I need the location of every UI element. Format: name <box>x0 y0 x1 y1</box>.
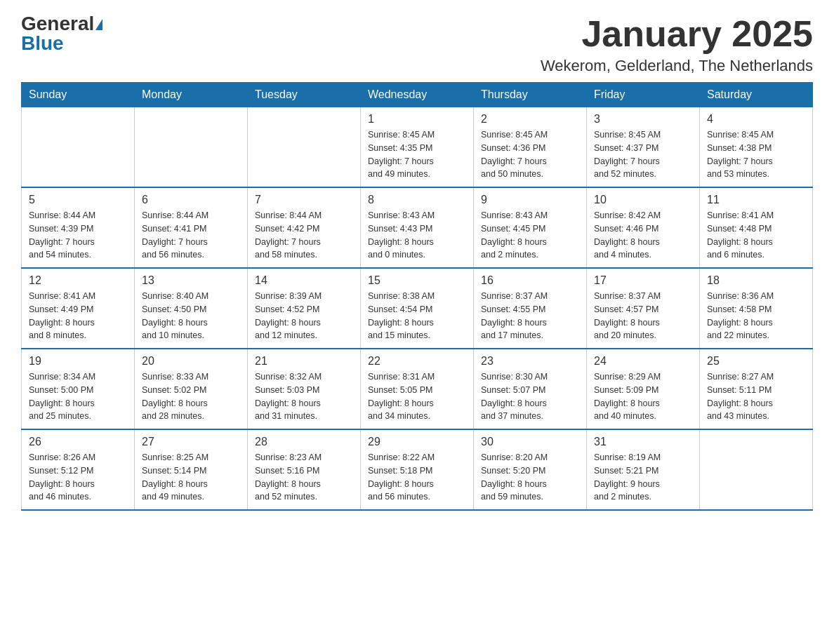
calendar-cell: 16Sunrise: 8:37 AMSunset: 4:55 PMDayligh… <box>474 268 587 349</box>
day-number: 30 <box>481 436 579 448</box>
logo-blue-text: Blue <box>21 32 64 54</box>
day-info: Sunrise: 8:36 AMSunset: 4:58 PMDaylight:… <box>707 290 805 342</box>
day-number: 2 <box>481 113 579 126</box>
day-info: Sunrise: 8:20 AMSunset: 5:20 PMDaylight:… <box>481 451 579 504</box>
day-number: 29 <box>368 436 466 448</box>
title-block: January 2025 Wekerom, Gelderland, The Ne… <box>541 14 813 75</box>
day-info: Sunrise: 8:44 AMSunset: 4:42 PMDaylight:… <box>255 209 353 262</box>
day-info: Sunrise: 8:45 AMSunset: 4:37 PMDaylight:… <box>594 128 692 181</box>
calendar-cell: 9Sunrise: 8:43 AMSunset: 4:45 PMDaylight… <box>474 187 587 268</box>
day-number: 20 <box>142 355 240 368</box>
day-number: 4 <box>707 113 805 126</box>
calendar-cell: 23Sunrise: 8:30 AMSunset: 5:07 PMDayligh… <box>474 349 587 429</box>
calendar-cell <box>22 107 135 188</box>
calendar-cell: 19Sunrise: 8:34 AMSunset: 5:00 PMDayligh… <box>22 349 135 429</box>
calendar-cell: 1Sunrise: 8:45 AMSunset: 4:35 PMDaylight… <box>361 107 474 188</box>
day-number: 18 <box>707 274 805 287</box>
calendar-cell: 27Sunrise: 8:25 AMSunset: 5:14 PMDayligh… <box>135 429 248 510</box>
day-info: Sunrise: 8:39 AMSunset: 4:52 PMDaylight:… <box>255 290 353 342</box>
day-info: Sunrise: 8:30 AMSunset: 5:07 PMDaylight:… <box>481 370 579 423</box>
day-number: 19 <box>29 355 127 368</box>
day-info: Sunrise: 8:42 AMSunset: 4:46 PMDaylight:… <box>594 209 692 262</box>
header-row: Sunday Monday Tuesday Wednesday Thursday… <box>22 83 813 107</box>
calendar-cell: 31Sunrise: 8:19 AMSunset: 5:21 PMDayligh… <box>587 429 700 510</box>
day-info: Sunrise: 8:34 AMSunset: 5:00 PMDaylight:… <box>29 370 127 423</box>
calendar-cell: 11Sunrise: 8:41 AMSunset: 4:48 PMDayligh… <box>700 187 813 268</box>
day-number: 15 <box>368 274 466 287</box>
calendar-header: Sunday Monday Tuesday Wednesday Thursday… <box>22 83 813 107</box>
header-wednesday: Wednesday <box>361 83 474 107</box>
calendar-cell: 13Sunrise: 8:40 AMSunset: 4:50 PMDayligh… <box>135 268 248 349</box>
day-number: 8 <box>368 194 466 206</box>
day-number: 26 <box>29 436 127 448</box>
week-row-2: 12Sunrise: 8:41 AMSunset: 4:49 PMDayligh… <box>22 268 813 349</box>
calendar-cell: 29Sunrise: 8:22 AMSunset: 5:18 PMDayligh… <box>361 429 474 510</box>
day-info: Sunrise: 8:22 AMSunset: 5:18 PMDaylight:… <box>368 451 466 504</box>
calendar-cell: 20Sunrise: 8:33 AMSunset: 5:02 PMDayligh… <box>135 349 248 429</box>
day-number: 21 <box>255 355 353 368</box>
day-number: 24 <box>594 355 692 368</box>
calendar-cell: 22Sunrise: 8:31 AMSunset: 5:05 PMDayligh… <box>361 349 474 429</box>
day-info: Sunrise: 8:44 AMSunset: 4:41 PMDaylight:… <box>142 209 240 262</box>
month-title: January 2025 <box>541 14 813 54</box>
calendar-cell: 4Sunrise: 8:45 AMSunset: 4:38 PMDaylight… <box>700 107 813 188</box>
calendar-body: 1Sunrise: 8:45 AMSunset: 4:35 PMDaylight… <box>22 107 813 511</box>
day-info: Sunrise: 8:29 AMSunset: 5:09 PMDaylight:… <box>594 370 692 423</box>
day-number: 7 <box>255 194 353 206</box>
day-info: Sunrise: 8:26 AMSunset: 5:12 PMDaylight:… <box>29 451 127 504</box>
day-info: Sunrise: 8:37 AMSunset: 4:55 PMDaylight:… <box>481 290 579 342</box>
day-info: Sunrise: 8:40 AMSunset: 4:50 PMDaylight:… <box>142 290 240 342</box>
calendar-cell: 18Sunrise: 8:36 AMSunset: 4:58 PMDayligh… <box>700 268 813 349</box>
day-info: Sunrise: 8:32 AMSunset: 5:03 PMDaylight:… <box>255 370 353 423</box>
calendar-cell: 12Sunrise: 8:41 AMSunset: 4:49 PMDayligh… <box>22 268 135 349</box>
calendar-cell: 24Sunrise: 8:29 AMSunset: 5:09 PMDayligh… <box>587 349 700 429</box>
calendar-cell <box>135 107 248 188</box>
day-info: Sunrise: 8:45 AMSunset: 4:36 PMDaylight:… <box>481 128 579 181</box>
week-row-3: 19Sunrise: 8:34 AMSunset: 5:00 PMDayligh… <box>22 349 813 429</box>
day-number: 6 <box>142 194 240 206</box>
calendar-cell <box>248 107 361 188</box>
header-friday: Friday <box>587 83 700 107</box>
day-info: Sunrise: 8:19 AMSunset: 5:21 PMDaylight:… <box>594 451 692 504</box>
calendar-cell: 7Sunrise: 8:44 AMSunset: 4:42 PMDaylight… <box>248 187 361 268</box>
calendar-cell: 25Sunrise: 8:27 AMSunset: 5:11 PMDayligh… <box>700 349 813 429</box>
week-row-0: 1Sunrise: 8:45 AMSunset: 4:35 PMDaylight… <box>22 107 813 188</box>
day-number: 9 <box>481 194 579 206</box>
calendar-cell: 21Sunrise: 8:32 AMSunset: 5:03 PMDayligh… <box>248 349 361 429</box>
calendar-cell: 15Sunrise: 8:38 AMSunset: 4:54 PMDayligh… <box>361 268 474 349</box>
day-info: Sunrise: 8:33 AMSunset: 5:02 PMDaylight:… <box>142 370 240 423</box>
day-number: 14 <box>255 274 353 287</box>
day-number: 12 <box>29 274 127 287</box>
location: Wekerom, Gelderland, The Netherlands <box>541 57 813 75</box>
calendar-cell: 3Sunrise: 8:45 AMSunset: 4:37 PMDaylight… <box>587 107 700 188</box>
calendar-cell: 5Sunrise: 8:44 AMSunset: 4:39 PMDaylight… <box>22 187 135 268</box>
week-row-1: 5Sunrise: 8:44 AMSunset: 4:39 PMDaylight… <box>22 187 813 268</box>
page-header: General Blue January 2025 Wekerom, Gelde… <box>21 14 813 75</box>
day-info: Sunrise: 8:43 AMSunset: 4:45 PMDaylight:… <box>481 209 579 262</box>
logo-general-text: General <box>21 13 94 34</box>
calendar-cell: 28Sunrise: 8:23 AMSunset: 5:16 PMDayligh… <box>248 429 361 510</box>
calendar-cell: 6Sunrise: 8:44 AMSunset: 4:41 PMDaylight… <box>135 187 248 268</box>
header-saturday: Saturday <box>700 83 813 107</box>
day-number: 22 <box>368 355 466 368</box>
calendar-cell <box>700 429 813 510</box>
day-info: Sunrise: 8:38 AMSunset: 4:54 PMDaylight:… <box>368 290 466 342</box>
day-info: Sunrise: 8:41 AMSunset: 4:49 PMDaylight:… <box>29 290 127 342</box>
header-sunday: Sunday <box>22 83 135 107</box>
header-monday: Monday <box>135 83 248 107</box>
day-info: Sunrise: 8:25 AMSunset: 5:14 PMDaylight:… <box>142 451 240 504</box>
calendar-cell: 26Sunrise: 8:26 AMSunset: 5:12 PMDayligh… <box>22 429 135 510</box>
day-number: 11 <box>707 194 805 206</box>
day-number: 23 <box>481 355 579 368</box>
header-tuesday: Tuesday <box>248 83 361 107</box>
day-number: 31 <box>594 436 692 448</box>
day-info: Sunrise: 8:37 AMSunset: 4:57 PMDaylight:… <box>594 290 692 342</box>
day-info: Sunrise: 8:27 AMSunset: 5:11 PMDaylight:… <box>707 370 805 423</box>
day-info: Sunrise: 8:31 AMSunset: 5:05 PMDaylight:… <box>368 370 466 423</box>
day-info: Sunrise: 8:45 AMSunset: 4:35 PMDaylight:… <box>368 128 466 181</box>
day-info: Sunrise: 8:41 AMSunset: 4:48 PMDaylight:… <box>707 209 805 262</box>
day-number: 3 <box>594 113 692 126</box>
day-info: Sunrise: 8:43 AMSunset: 4:43 PMDaylight:… <box>368 209 466 262</box>
day-number: 10 <box>594 194 692 206</box>
day-number: 17 <box>594 274 692 287</box>
